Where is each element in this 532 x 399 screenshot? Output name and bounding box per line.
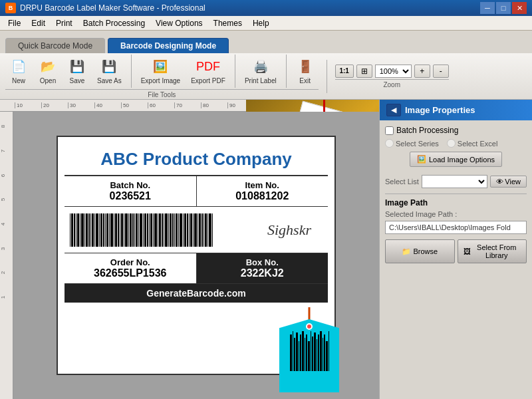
design-canvas[interactable]: ABC Product Company Batch No. 0236521 It… bbox=[13, 112, 379, 399]
view-label: View bbox=[505, 178, 521, 186]
select-list-dropdown[interactable] bbox=[422, 175, 488, 188]
menu-batch-processing[interactable]: Batch Processing bbox=[78, 17, 150, 29]
view-button[interactable]: 👁 View bbox=[490, 176, 527, 188]
save-as-icon: 💾 bbox=[100, 57, 118, 76]
mini-bar bbox=[324, 334, 325, 371]
export-image-button[interactable]: 🖼️ Export Image bbox=[137, 55, 184, 87]
menu-print[interactable]: Print bbox=[51, 17, 78, 29]
tag-barcode bbox=[290, 331, 329, 371]
zoom-select[interactable]: 100% 75% 50% 150% 200% bbox=[375, 65, 412, 78]
bar bbox=[130, 213, 132, 247]
toolbar: 📄 New 📂 Open 💾 Save 💾 Save As 🖼️ Export … bbox=[0, 53, 532, 100]
maximize-button[interactable]: □ bbox=[496, 2, 511, 14]
bar bbox=[105, 213, 106, 247]
zoom-fit-button[interactable]: ⊞ bbox=[356, 65, 372, 78]
bar bbox=[207, 213, 208, 247]
ruler-num-20: 20 bbox=[41, 102, 68, 108]
bar bbox=[189, 213, 190, 247]
bar bbox=[77, 213, 79, 247]
panel-back-button[interactable]: ◀ bbox=[386, 104, 401, 116]
app-title: DRPU Barcode Label Maker Software - Prof… bbox=[20, 3, 480, 13]
panel-body: Batch Processing Select Series Select Ex… bbox=[380, 120, 532, 399]
ruler-num-70: 70 bbox=[174, 102, 201, 108]
menu-themes[interactable]: Themes bbox=[208, 17, 247, 29]
tab-quick-barcode[interactable]: Quick Barcode Mode bbox=[5, 38, 105, 53]
title-bar: B DRPU Barcode Label Maker Software - Pr… bbox=[0, 0, 532, 16]
bar bbox=[194, 213, 197, 247]
radio-select-series: Select Series bbox=[385, 139, 439, 148]
bar bbox=[132, 213, 134, 247]
image-path-section: Image Path Selected Image Path : C:\User… bbox=[385, 198, 527, 234]
bar bbox=[86, 213, 88, 247]
batch-processing-checkbox[interactable] bbox=[385, 126, 394, 135]
load-image-button[interactable]: 🖼️ Load Image Options bbox=[410, 152, 502, 167]
menu-view-options[interactable]: View Options bbox=[150, 17, 207, 29]
bar bbox=[144, 213, 146, 247]
mini-bar bbox=[312, 336, 313, 371]
select-excel-radio[interactable] bbox=[447, 139, 456, 148]
bar bbox=[94, 213, 95, 247]
menu-help[interactable]: Help bbox=[247, 17, 275, 29]
label-cell-item: Item No. 010881202 bbox=[197, 176, 329, 206]
box-label: Box No. bbox=[203, 257, 322, 267]
bar bbox=[162, 213, 163, 247]
bar bbox=[71, 213, 73, 247]
bar bbox=[154, 213, 157, 247]
new-button[interactable]: 📄 New bbox=[5, 55, 32, 87]
select-list-row: Select List 👁 View bbox=[385, 175, 527, 188]
select-series-radio[interactable] bbox=[385, 139, 394, 148]
item-label: Item No. bbox=[203, 180, 322, 190]
image-path-sublabel: Selected Image Path : bbox=[385, 210, 527, 218]
label-order-row: Order No. 362655LP1536 Box No. 2322KJ2 bbox=[65, 253, 328, 284]
signature: Sighskr bbox=[256, 221, 323, 239]
export-pdf-button[interactable]: PDF Export PDF bbox=[187, 55, 229, 87]
ruler-left-num-1: 1 bbox=[0, 296, 6, 299]
zoom-ratio-button[interactable]: 1:1 bbox=[335, 65, 354, 78]
print-label: Print Label bbox=[245, 77, 277, 84]
batch-processing-row: Batch Processing bbox=[385, 126, 527, 135]
load-image-row: 🖼️ Load Image Options bbox=[385, 152, 527, 171]
bar bbox=[103, 213, 104, 247]
batch-value: 0236521 bbox=[71, 190, 190, 202]
open-button[interactable]: 📂 Open bbox=[35, 55, 61, 87]
minimize-button[interactable]: ─ bbox=[480, 2, 495, 14]
bar bbox=[70, 213, 70, 247]
select-from-library-button[interactable]: 🖼 Select From Library bbox=[458, 239, 527, 263]
bar bbox=[183, 213, 184, 247]
bar bbox=[90, 213, 91, 247]
bar bbox=[136, 213, 138, 247]
menu-file[interactable]: File bbox=[3, 17, 26, 29]
print-label-button[interactable]: 🖨️ Print Label bbox=[241, 55, 281, 87]
ruler-left-num-4: 4 bbox=[0, 223, 6, 225]
save-button[interactable]: 💾 Save bbox=[64, 55, 90, 87]
toolbar-separator-1 bbox=[131, 55, 132, 88]
bar bbox=[115, 213, 117, 247]
panel-title: Image Properties bbox=[405, 105, 475, 115]
close-button[interactable]: ✕ bbox=[512, 2, 527, 14]
save-as-button[interactable]: 💾 Save As bbox=[93, 55, 126, 87]
bar bbox=[125, 213, 128, 247]
menu-edit[interactable]: Edit bbox=[26, 17, 51, 29]
open-icon: 📂 bbox=[39, 57, 57, 76]
tab-barcode-designing[interactable]: Barcode Designing Mode bbox=[108, 38, 229, 53]
app-icon: B bbox=[5, 3, 16, 13]
canvas-area[interactable]: 10 20 30 40 50 60 70 80 90 1 2 3 4 5 6 7… bbox=[0, 100, 379, 399]
radio-select-excel: Select Excel bbox=[447, 139, 498, 148]
exit-button[interactable]: 🚪 Exit bbox=[292, 55, 319, 87]
bar bbox=[88, 213, 90, 247]
ruler-num-60: 60 bbox=[148, 102, 174, 108]
ruler-left-num-8: 8 bbox=[0, 125, 6, 128]
zoom-in-button[interactable]: + bbox=[414, 65, 430, 78]
save-label: Save bbox=[70, 77, 85, 84]
browse-button[interactable]: 📁 Browse bbox=[385, 239, 455, 263]
zoom-group: 1:1 ⊞ 100% 75% 50% 150% 200% + - Zoom bbox=[335, 65, 449, 88]
export-pdf-label: Export PDF bbox=[191, 77, 225, 84]
zoom-out-button[interactable]: - bbox=[433, 65, 449, 78]
bar bbox=[180, 213, 182, 247]
label-cell-order: Order No. 362655LP1536 bbox=[65, 253, 197, 283]
panel-header: ◀ Image Properties bbox=[380, 100, 532, 120]
bar bbox=[100, 213, 102, 247]
save-as-label: Save As bbox=[97, 77, 122, 84]
bar bbox=[140, 213, 142, 247]
file-tools-group: 📄 New 📂 Open 💾 Save 💾 Save As 🖼️ Export … bbox=[5, 55, 319, 98]
